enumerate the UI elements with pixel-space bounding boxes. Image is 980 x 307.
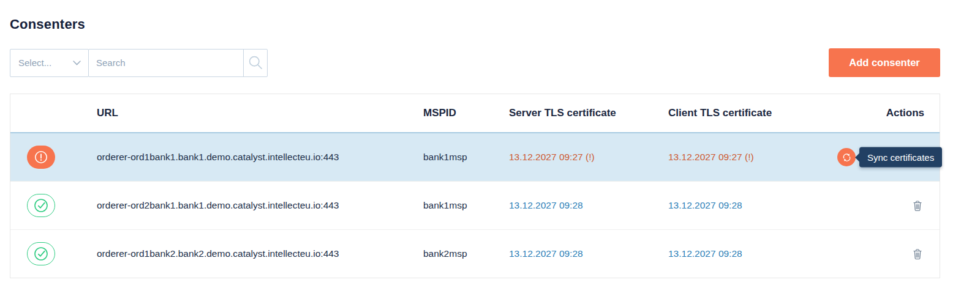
column-header-actions: Actions xyxy=(827,107,940,119)
search-icon xyxy=(247,54,264,71)
consenter-url: orderer-ord1bank2.bank2.demo.catalyst.in… xyxy=(97,248,423,259)
search-button[interactable] xyxy=(243,50,267,76)
column-header-mspid: MSPID xyxy=(423,107,509,119)
sync-certificates-button[interactable] xyxy=(837,148,856,166)
server-cert-expiry: 13.12.2027 09:27 (!) xyxy=(509,152,668,163)
search-input[interactable] xyxy=(89,50,243,76)
consenter-url: orderer-ord1bank1.bank1.demo.catalyst.in… xyxy=(97,152,423,163)
status-ok-icon xyxy=(27,242,55,265)
consenter-mspid: bank1msp xyxy=(423,200,509,211)
client-cert-expiry: 13.12.2027 09:28 xyxy=(668,248,827,259)
server-cert-expiry: 13.12.2027 09:28 xyxy=(509,248,668,259)
page-title: Consenters xyxy=(10,17,940,32)
table-row[interactable]: orderer-ord1bank2.bank2.demo.catalyst.in… xyxy=(10,229,940,278)
column-header-client-cert: Client TLS certificate xyxy=(668,107,827,119)
toolbar: Select... Add consenter xyxy=(10,48,940,77)
add-consenter-button[interactable]: Add consenter xyxy=(829,48,940,77)
consenters-table: URL MSPID Server TLS certificate Client … xyxy=(10,94,940,278)
table-row[interactable]: orderer-ord1bank1.bank1.demo.catalyst.in… xyxy=(10,132,940,181)
delete-button[interactable] xyxy=(913,200,922,211)
sync-icon xyxy=(842,152,852,163)
column-header-url: URL xyxy=(97,107,423,119)
server-cert-expiry: 13.12.2027 09:28 xyxy=(509,200,668,211)
consenter-mspid: bank2msp xyxy=(423,248,509,259)
delete-button[interactable] xyxy=(913,248,922,259)
table-row[interactable]: orderer-ord2bank1.bank1.demo.catalyst.in… xyxy=(10,181,940,229)
filter-select[interactable]: Select... xyxy=(10,49,89,77)
column-header-server-cert: Server TLS certificate xyxy=(509,107,668,119)
search-box xyxy=(88,49,268,77)
sync-certificates-tooltip: Sync certificates xyxy=(859,147,942,168)
trash-icon xyxy=(913,200,922,211)
client-cert-expiry: 13.12.2027 09:28 xyxy=(668,200,827,211)
consenter-url: orderer-ord2bank1.bank1.demo.catalyst.in… xyxy=(97,200,423,211)
consenters-page: Consenters Select... Add consenter xyxy=(10,17,940,278)
chevron-down-icon xyxy=(73,61,81,65)
table-header-row: URL MSPID Server TLS certificate Client … xyxy=(10,94,940,132)
trash-icon xyxy=(913,248,922,259)
client-cert-expiry: 13.12.2027 09:27 (!) xyxy=(668,152,827,163)
status-ok-icon xyxy=(27,194,55,217)
filter-select-value: Select... xyxy=(18,57,51,68)
status-warning-icon xyxy=(27,146,55,169)
consenter-mspid: bank1msp xyxy=(423,152,509,163)
